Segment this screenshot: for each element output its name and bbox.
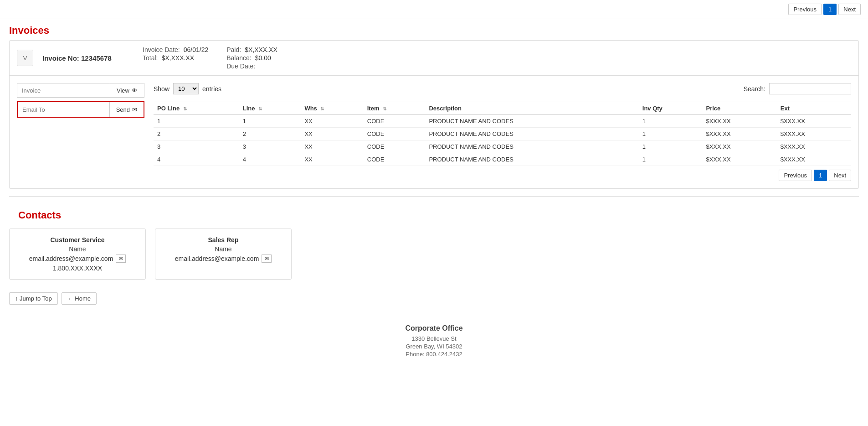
cell-whs: XX (301, 153, 363, 166)
invoice-meta: Invoice Date: 06/01/22 Total: $X,XXX.XX … (143, 46, 277, 70)
show-entries: Show 10 25 50 100 entries (154, 83, 221, 94)
table-page-number[interactable]: 1 (814, 170, 827, 181)
footer-phone-label: Phone: (406, 351, 424, 358)
footer-address1: 1330 Bellevue St (9, 335, 859, 342)
meta-due-row: Due Date: (226, 62, 277, 70)
search-area: Search: (744, 83, 851, 94)
col-inv-qty[interactable]: Inv Qty (639, 102, 703, 115)
top-next-button[interactable]: Next (838, 4, 861, 15)
entries-select[interactable]: 10 25 50 100 (173, 83, 199, 94)
contact-card-0: Customer Service Name email.address@exam… (9, 229, 146, 280)
sort-icon-item: ⇅ (383, 106, 386, 111)
total-label: Total: (143, 54, 158, 62)
invoice-card: V Invoice No: 12345678 Invoice Date: 06/… (9, 40, 859, 189)
cell-price: $XXX.XX (702, 115, 776, 128)
col-price[interactable]: Price (702, 102, 776, 115)
cell-ext: $XXX.XX (777, 153, 851, 166)
mail-icon: ✉ (132, 106, 137, 113)
col-po-line[interactable]: PO Line ⇅ (154, 102, 239, 115)
home-button[interactable]: ← Home (62, 292, 97, 305)
cell-item: CODE (364, 140, 426, 153)
table-header-row: PO Line ⇅ Line ⇅ Whs ⇅ Item ⇅ Descriptio… (154, 102, 851, 115)
cell-description: PRODUCT NAME AND CODES (425, 140, 638, 153)
bottom-buttons: ↑ Jump to Top ← Home (0, 287, 868, 310)
total-value: $X,XXX.XX (161, 54, 194, 62)
table-row: 11XXCODEPRODUCT NAME AND CODES1$XXX.XX$X… (154, 115, 851, 128)
email-icon-button-0[interactable]: ✉ (116, 255, 126, 263)
cell-po_line: 4 (154, 153, 239, 166)
cell-description: PRODUCT NAME AND CODES (425, 153, 638, 166)
cell-price: $XXX.XX (702, 153, 776, 166)
invoice-icon: V (17, 50, 33, 66)
paid-label: Paid: (226, 46, 241, 53)
jump-to-top-button[interactable]: ↑ Jump to Top (9, 292, 58, 305)
invoices-title: Invoices (0, 19, 868, 40)
contact-email-0: email.address@example.com (29, 255, 113, 262)
invoice-number: Invoice No: 12345678 (42, 54, 124, 62)
cell-whs: XX (301, 128, 363, 140)
cell-description: PRODUCT NAME AND CODES (425, 115, 638, 128)
table-previous-button[interactable]: Previous (779, 170, 812, 181)
contact-type-0: Customer Service (21, 236, 134, 244)
balance-label: Balance: (226, 54, 251, 62)
date-label: Invoice Date: (143, 46, 180, 53)
invoice-no-value: 12345678 (81, 54, 112, 62)
cell-po_line: 1 (154, 115, 239, 128)
meta-date-total: Invoice Date: 06/01/22 Total: $X,XXX.XX (143, 46, 208, 70)
cell-po_line: 2 (154, 128, 239, 140)
footer-address2: Green Bay, WI 54302 (9, 343, 859, 350)
email-to-field[interactable] (18, 102, 109, 117)
footer-phone-value: 800.424.2432 (426, 351, 462, 358)
cell-whs: XX (301, 140, 363, 153)
invoice-header: V Invoice No: 12345678 Invoice Date: 06/… (10, 41, 858, 76)
invoice-table: PO Line ⇅ Line ⇅ Whs ⇅ Item ⇅ Descriptio… (154, 102, 851, 166)
invoice-left-panel: View 👁 Send ✉ (17, 83, 144, 181)
table-row: 44XXCODEPRODUCT NAME AND CODES1$XXX.XX$X… (154, 153, 851, 166)
footer-title: Corporate Office (9, 324, 859, 332)
meta-paid-row: Paid: $X,XXX.XX (226, 46, 277, 53)
sort-icon-whs: ⇅ (320, 106, 324, 111)
col-item[interactable]: Item ⇅ (364, 102, 426, 115)
invoice-body: View 👁 Send ✉ Show (10, 76, 858, 188)
contact-card-1: Sales Rep Name email.address@example.com… (155, 229, 292, 280)
cell-line: 1 (239, 115, 301, 128)
cell-inv_qty: 1 (639, 115, 703, 128)
col-whs[interactable]: Whs ⇅ (301, 102, 363, 115)
top-page-number[interactable]: 1 (823, 4, 837, 15)
email-icon-button-1[interactable]: ✉ (262, 255, 272, 263)
cell-po_line: 3 (154, 140, 239, 153)
cell-item: CODE (364, 115, 426, 128)
col-line[interactable]: Line ⇅ (239, 102, 301, 115)
view-label: View (117, 87, 129, 94)
cell-line: 4 (239, 153, 301, 166)
cell-line: 2 (239, 128, 301, 140)
meta-total-row: Total: $X,XXX.XX (143, 54, 208, 62)
cell-line: 3 (239, 140, 301, 153)
top-previous-button[interactable]: Previous (788, 4, 822, 15)
table-next-button[interactable]: Next (829, 170, 851, 181)
footer-phone: Phone: 800.424.2432 (9, 351, 859, 358)
cell-inv_qty: 1 (639, 140, 703, 153)
send-button[interactable]: Send ✉ (109, 102, 144, 117)
meta-date-row: Invoice Date: 06/01/22 (143, 46, 208, 53)
cell-ext: $XXX.XX (777, 115, 851, 128)
contacts-section: Contacts Customer Service Name email.add… (0, 197, 868, 287)
invoice-field[interactable] (17, 83, 110, 98)
view-button[interactable]: View 👁 (110, 83, 144, 98)
meta-balance-row: Balance: $0.00 (226, 54, 277, 62)
contact-phone-0: 1.800.XXX.XXXX (21, 265, 134, 272)
search-input[interactable] (769, 83, 851, 94)
col-description[interactable]: Description (425, 102, 638, 115)
cell-ext: $XXX.XX (777, 128, 851, 140)
paid-value: $X,XXX.XX (245, 46, 277, 53)
invoice-no-label: Invoice No: (42, 54, 79, 62)
meta-paid-balance-due: Paid: $X,XXX.XX Balance: $0.00 Due Date: (226, 46, 277, 70)
top-pagination: Previous 1 Next (788, 4, 861, 15)
contact-email-row-1: email.address@example.com ✉ (166, 255, 280, 263)
invoices-section: Invoices V Invoice No: 12345678 Invoice … (0, 19, 868, 189)
cell-item: CODE (364, 153, 426, 166)
search-label: Search: (744, 85, 765, 93)
contact-email-1: email.address@example.com (175, 255, 259, 262)
col-ext[interactable]: Ext (777, 102, 851, 115)
cell-inv_qty: 1 (639, 128, 703, 140)
